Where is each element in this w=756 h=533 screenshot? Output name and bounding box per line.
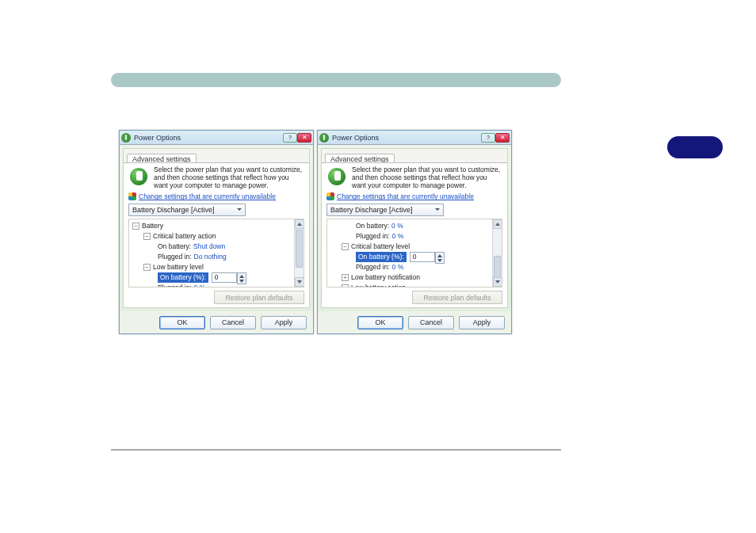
svg-marker-7 [495, 280, 500, 284]
percent-spinner[interactable]: 0 [410, 252, 435, 262]
scroll-thumb[interactable] [296, 230, 303, 268]
tree-value[interactable]: 0 % [392, 262, 404, 272]
intro-text: Select the power plan that you want to c… [154, 166, 304, 189]
tree-value[interactable]: 0 % [391, 221, 403, 231]
tree-value[interactable]: 0 % [392, 231, 404, 242]
window-title: Power Options [134, 134, 283, 142]
shield-icon [128, 192, 136, 200]
svg-marker-2 [297, 223, 302, 226]
power-icon [121, 133, 131, 143]
power-plan-icon [326, 166, 347, 187]
settings-tree[interactable]: On battery:0 % Plugged in:0 % −Critical … [326, 219, 502, 287]
tree-selected-label[interactable]: On battery (%): [356, 252, 407, 262]
tree-label: Plugged in: [356, 262, 390, 272]
expander-icon[interactable]: − [132, 223, 139, 230]
titlebar[interactable]: Power Options ? ✕ [120, 131, 313, 145]
restore-defaults-button[interactable]: Restore plan defaults [412, 291, 502, 304]
scroll-down-button[interactable] [295, 277, 304, 287]
tree-node-critical-level[interactable]: Critical battery level [351, 242, 410, 252]
power-icon [319, 133, 329, 143]
scroll-up-button[interactable] [493, 219, 502, 229]
power-options-dialog-left: Power Options ? ✕ Advanced settings Sele… [119, 130, 314, 334]
window-title: Power Options [332, 134, 481, 142]
change-settings-link[interactable]: Change settings that are currently unava… [337, 192, 474, 200]
power-options-dialog-right: Power Options ? ✕ Advanced settings Sele… [317, 130, 512, 334]
tree-scrollbar[interactable] [294, 219, 304, 287]
spinner-down[interactable] [238, 279, 246, 284]
expander-icon[interactable]: − [143, 264, 151, 271]
help-button[interactable]: ? [481, 133, 495, 143]
tree-node-low-level[interactable]: Low battery level [153, 262, 204, 272]
tree-scrollbar[interactable] [492, 219, 502, 287]
shield-icon [326, 192, 334, 200]
scroll-down-button[interactable] [493, 277, 502, 287]
tab-strip: Advanced settings [124, 149, 309, 163]
tree-label: Plugged in: [158, 283, 192, 287]
ok-button[interactable]: OK [357, 316, 403, 329]
cancel-button[interactable]: Cancel [210, 316, 256, 329]
scroll-up-button[interactable] [295, 219, 304, 229]
page-badge [667, 136, 723, 158]
tree-label: On battery: [356, 221, 389, 231]
tree-label: Plugged in: [158, 252, 192, 262]
expander-icon[interactable]: − [342, 243, 349, 250]
svg-marker-1 [239, 280, 244, 283]
svg-marker-3 [297, 280, 302, 284]
spinner-down[interactable] [436, 258, 444, 264]
ok-button[interactable]: OK [159, 316, 205, 329]
tree-node-low-action[interactable]: Low battery action [351, 283, 406, 287]
spinner-buttons[interactable] [435, 252, 445, 264]
close-button[interactable]: ✕ [495, 133, 510, 143]
tree-label: On battery: [158, 242, 191, 252]
decorative-header-bar [111, 73, 561, 87]
tree-node-battery[interactable]: Battery [142, 221, 163, 231]
power-plan-combo[interactable]: Battery Discharge [Active] [326, 204, 444, 216]
svg-marker-4 [437, 254, 442, 257]
intro-text: Select the power plan that you want to c… [352, 166, 502, 189]
svg-marker-5 [437, 259, 442, 262]
tree-label: Plugged in: [356, 231, 390, 242]
tree-value[interactable]: 0 % [194, 283, 206, 287]
svg-marker-0 [239, 275, 244, 278]
tree-node-low-notification[interactable]: Low battery notification [351, 272, 420, 283]
tree-node-critical-action[interactable]: Critical battery action [153, 231, 216, 242]
tab-strip: Advanced settings [322, 149, 507, 163]
expander-icon[interactable]: − [143, 233, 151, 240]
power-plan-combo[interactable]: Battery Discharge [Active] [128, 204, 246, 216]
power-plan-icon [128, 166, 149, 187]
tree-value[interactable]: Do nothing [194, 252, 227, 262]
change-settings-link[interactable]: Change settings that are currently unava… [139, 192, 276, 200]
spinner-buttons[interactable] [237, 272, 246, 284]
expander-icon[interactable]: + [342, 274, 349, 281]
titlebar[interactable]: Power Options ? ✕ [318, 131, 511, 145]
percent-spinner[interactable]: 0 [212, 272, 237, 283]
apply-button[interactable]: Apply [261, 316, 307, 329]
expander-icon[interactable]: − [342, 284, 349, 287]
tree-value[interactable]: Shut down [193, 242, 225, 252]
horizontal-rule [111, 449, 561, 451]
help-button[interactable]: ? [283, 133, 297, 143]
cancel-button[interactable]: Cancel [408, 316, 454, 329]
svg-marker-6 [495, 223, 500, 226]
settings-tree[interactable]: −Battery −Critical battery action On bat… [128, 219, 304, 287]
tree-selected-label[interactable]: On battery (%): [158, 272, 208, 283]
screenshots-container: Power Options ? ✕ Advanced settings Sele… [119, 130, 512, 334]
close-button[interactable]: ✕ [297, 133, 311, 143]
apply-button[interactable]: Apply [459, 316, 505, 329]
restore-defaults-button[interactable]: Restore plan defaults [214, 291, 304, 304]
